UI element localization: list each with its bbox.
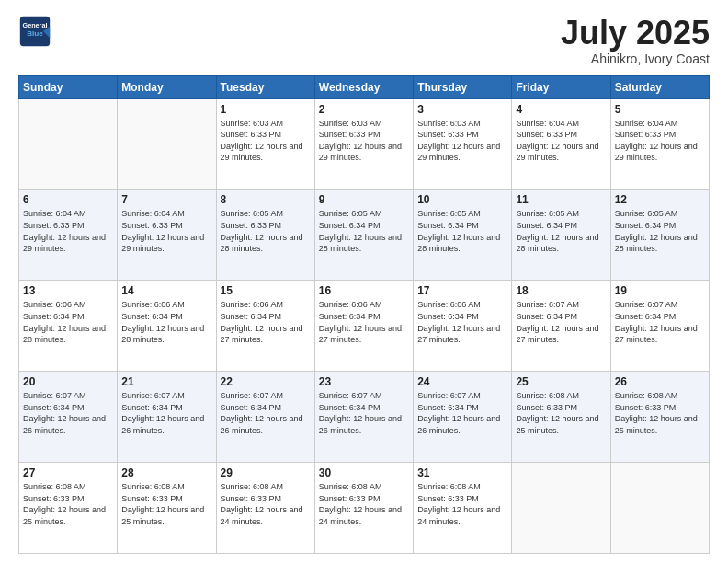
day-info: Sunrise: 6:04 AM Sunset: 6:33 PM Dayligh… <box>516 118 606 164</box>
calendar-cell: 19Sunrise: 6:07 AM Sunset: 6:34 PM Dayli… <box>610 281 709 372</box>
calendar-cell: 21Sunrise: 6:07 AM Sunset: 6:34 PM Dayli… <box>118 372 216 463</box>
calendar-cell: 9Sunrise: 6:05 AM Sunset: 6:34 PM Daylig… <box>314 190 413 281</box>
weekday-header-friday: Friday <box>512 75 610 98</box>
calendar-cell: 2Sunrise: 6:03 AM Sunset: 6:33 PM Daylig… <box>314 98 413 190</box>
day-number: 27 <box>23 466 113 479</box>
day-info: Sunrise: 6:07 AM Sunset: 6:34 PM Dayligh… <box>221 390 311 436</box>
day-info: Sunrise: 6:03 AM Sunset: 6:33 PM Dayligh… <box>319 118 409 164</box>
calendar-cell: 1Sunrise: 6:03 AM Sunset: 6:33 PM Daylig… <box>216 98 314 190</box>
header: General Blue July 2025 Ahinikro, Ivory C… <box>18 15 710 66</box>
day-info: Sunrise: 6:08 AM Sunset: 6:33 PM Dayligh… <box>121 481 211 527</box>
day-info: Sunrise: 6:04 AM Sunset: 6:33 PM Dayligh… <box>23 208 113 254</box>
day-number: 26 <box>615 375 705 388</box>
calendar-cell: 25Sunrise: 6:08 AM Sunset: 6:33 PM Dayli… <box>512 372 610 463</box>
day-info: Sunrise: 6:04 AM Sunset: 6:33 PM Dayligh… <box>121 208 211 254</box>
calendar-cell: 8Sunrise: 6:05 AM Sunset: 6:33 PM Daylig… <box>216 190 314 281</box>
calendar-cell: 23Sunrise: 6:07 AM Sunset: 6:34 PM Dayli… <box>314 372 413 463</box>
day-number: 19 <box>615 284 705 297</box>
calendar-cell: 4Sunrise: 6:04 AM Sunset: 6:33 PM Daylig… <box>512 98 610 190</box>
calendar-week-1: 1Sunrise: 6:03 AM Sunset: 6:33 PM Daylig… <box>19 98 710 190</box>
subtitle: Ahinikro, Ivory Coast <box>561 52 710 66</box>
day-number: 12 <box>615 193 705 206</box>
day-info: Sunrise: 6:07 AM Sunset: 6:34 PM Dayligh… <box>417 390 507 436</box>
day-number: 28 <box>121 466 211 479</box>
svg-text:Blue: Blue <box>27 29 43 38</box>
day-info: Sunrise: 6:07 AM Sunset: 6:34 PM Dayligh… <box>23 390 113 436</box>
day-number: 13 <box>23 284 113 297</box>
weekday-header-row: SundayMondayTuesdayWednesdayThursdayFrid… <box>19 75 710 98</box>
calendar-cell: 10Sunrise: 6:05 AM Sunset: 6:34 PM Dayli… <box>414 190 512 281</box>
calendar-week-4: 20Sunrise: 6:07 AM Sunset: 6:34 PM Dayli… <box>19 372 710 463</box>
day-number: 10 <box>417 193 507 206</box>
day-number: 29 <box>221 466 311 479</box>
day-number: 15 <box>221 284 311 297</box>
calendar-week-2: 6Sunrise: 6:04 AM Sunset: 6:33 PM Daylig… <box>19 190 710 281</box>
day-number: 2 <box>319 103 409 116</box>
day-info: Sunrise: 6:05 AM Sunset: 6:34 PM Dayligh… <box>319 208 409 254</box>
day-number: 9 <box>319 193 409 206</box>
calendar-cell <box>512 463 610 554</box>
calendar-cell: 28Sunrise: 6:08 AM Sunset: 6:33 PM Dayli… <box>118 463 216 554</box>
svg-text:General: General <box>23 21 48 29</box>
calendar-cell: 12Sunrise: 6:05 AM Sunset: 6:34 PM Dayli… <box>610 190 709 281</box>
day-number: 24 <box>417 375 507 388</box>
calendar-cell: 27Sunrise: 6:08 AM Sunset: 6:33 PM Dayli… <box>19 463 118 554</box>
day-info: Sunrise: 6:05 AM Sunset: 6:33 PM Dayligh… <box>221 208 311 254</box>
calendar-cell: 18Sunrise: 6:07 AM Sunset: 6:34 PM Dayli… <box>512 281 610 372</box>
day-number: 22 <box>221 375 311 388</box>
day-info: Sunrise: 6:04 AM Sunset: 6:33 PM Dayligh… <box>615 118 705 164</box>
day-number: 6 <box>23 193 113 206</box>
day-info: Sunrise: 6:05 AM Sunset: 6:34 PM Dayligh… <box>417 208 507 254</box>
day-number: 30 <box>319 466 409 479</box>
day-info: Sunrise: 6:08 AM Sunset: 6:33 PM Dayligh… <box>516 390 606 436</box>
calendar-cell: 20Sunrise: 6:07 AM Sunset: 6:34 PM Dayli… <box>19 372 118 463</box>
day-info: Sunrise: 6:06 AM Sunset: 6:34 PM Dayligh… <box>221 299 311 345</box>
weekday-header-thursday: Thursday <box>414 75 512 98</box>
day-number: 16 <box>319 284 409 297</box>
day-info: Sunrise: 6:08 AM Sunset: 6:33 PM Dayligh… <box>23 481 113 527</box>
calendar-cell: 16Sunrise: 6:06 AM Sunset: 6:34 PM Dayli… <box>314 281 413 372</box>
calendar-cell: 17Sunrise: 6:06 AM Sunset: 6:34 PM Dayli… <box>414 281 512 372</box>
day-number: 4 <box>516 103 606 116</box>
calendar-cell: 26Sunrise: 6:08 AM Sunset: 6:33 PM Dayli… <box>610 372 709 463</box>
day-number: 21 <box>121 375 211 388</box>
calendar-cell: 29Sunrise: 6:08 AM Sunset: 6:33 PM Dayli… <box>216 463 314 554</box>
page: General Blue July 2025 Ahinikro, Ivory C… <box>0 0 728 563</box>
logo-icon: General Blue <box>18 15 51 48</box>
calendar-cell: 14Sunrise: 6:06 AM Sunset: 6:34 PM Dayli… <box>118 281 216 372</box>
day-info: Sunrise: 6:07 AM Sunset: 6:34 PM Dayligh… <box>121 390 211 436</box>
day-info: Sunrise: 6:07 AM Sunset: 6:34 PM Dayligh… <box>319 390 409 436</box>
calendar-cell: 22Sunrise: 6:07 AM Sunset: 6:34 PM Dayli… <box>216 372 314 463</box>
calendar-cell: 13Sunrise: 6:06 AM Sunset: 6:34 PM Dayli… <box>19 281 118 372</box>
main-title: July 2025 <box>561 15 710 52</box>
day-number: 5 <box>615 103 705 116</box>
day-info: Sunrise: 6:06 AM Sunset: 6:34 PM Dayligh… <box>121 299 211 345</box>
day-number: 14 <box>121 284 211 297</box>
weekday-header-saturday: Saturday <box>610 75 709 98</box>
day-info: Sunrise: 6:03 AM Sunset: 6:33 PM Dayligh… <box>221 118 311 164</box>
weekday-header-tuesday: Tuesday <box>216 75 314 98</box>
day-number: 17 <box>417 284 507 297</box>
day-number: 7 <box>121 193 211 206</box>
day-info: Sunrise: 6:03 AM Sunset: 6:33 PM Dayligh… <box>417 118 507 164</box>
weekday-header-sunday: Sunday <box>19 75 118 98</box>
calendar-cell <box>19 98 118 190</box>
day-info: Sunrise: 6:06 AM Sunset: 6:34 PM Dayligh… <box>23 299 113 345</box>
day-number: 20 <box>23 375 113 388</box>
weekday-header-wednesday: Wednesday <box>314 75 413 98</box>
day-number: 31 <box>417 466 507 479</box>
calendar-week-5: 27Sunrise: 6:08 AM Sunset: 6:33 PM Dayli… <box>19 463 710 554</box>
day-info: Sunrise: 6:05 AM Sunset: 6:34 PM Dayligh… <box>516 208 606 254</box>
day-info: Sunrise: 6:06 AM Sunset: 6:34 PM Dayligh… <box>319 299 409 345</box>
calendar-cell: 11Sunrise: 6:05 AM Sunset: 6:34 PM Dayli… <box>512 190 610 281</box>
day-number: 25 <box>516 375 606 388</box>
day-info: Sunrise: 6:05 AM Sunset: 6:34 PM Dayligh… <box>615 208 705 254</box>
day-info: Sunrise: 6:08 AM Sunset: 6:33 PM Dayligh… <box>417 481 507 527</box>
calendar-table: SundayMondayTuesdayWednesdayThursdayFrid… <box>18 75 710 554</box>
calendar-cell: 7Sunrise: 6:04 AM Sunset: 6:33 PM Daylig… <box>118 190 216 281</box>
calendar-cell <box>610 463 709 554</box>
calendar-week-3: 13Sunrise: 6:06 AM Sunset: 6:34 PM Dayli… <box>19 281 710 372</box>
logo: General Blue <box>18 15 51 48</box>
day-number: 1 <box>221 103 311 116</box>
day-info: Sunrise: 6:07 AM Sunset: 6:34 PM Dayligh… <box>615 299 705 345</box>
